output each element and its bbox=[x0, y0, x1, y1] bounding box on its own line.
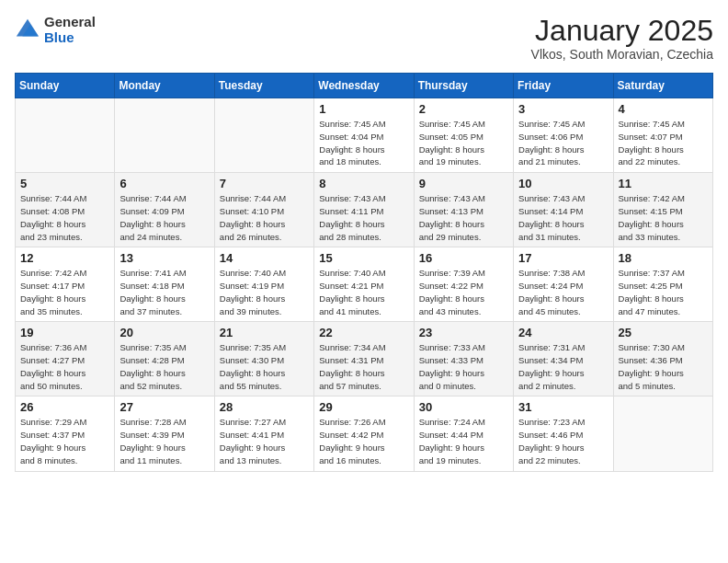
day-number: 1 bbox=[319, 102, 408, 116]
table-row: 2Sunrise: 7:45 AM Sunset: 4:05 PM Daylig… bbox=[414, 98, 513, 173]
table-row: 30Sunrise: 7:24 AM Sunset: 4:44 PM Dayli… bbox=[414, 396, 513, 471]
day-number: 9 bbox=[419, 177, 508, 190]
day-info: Sunrise: 7:40 AM Sunset: 4:21 PM Dayligh… bbox=[319, 267, 408, 317]
day-number: 29 bbox=[319, 400, 408, 414]
location-subtitle: Vlkos, South Moravian, Czechia bbox=[531, 47, 713, 62]
day-number: 23 bbox=[419, 326, 508, 339]
logo-general-text: General bbox=[44, 15, 96, 30]
table-row bbox=[613, 396, 712, 471]
day-number: 17 bbox=[518, 251, 608, 265]
day-info: Sunrise: 7:33 AM Sunset: 4:33 PM Dayligh… bbox=[419, 341, 508, 392]
table-row: 28Sunrise: 7:27 AM Sunset: 4:41 PM Dayli… bbox=[214, 396, 313, 471]
logo-icon bbox=[15, 17, 40, 43]
day-info: Sunrise: 7:28 AM Sunset: 4:39 PM Dayligh… bbox=[119, 416, 209, 466]
col-thursday: Thursday bbox=[414, 74, 513, 98]
day-number: 20 bbox=[119, 326, 209, 339]
day-info: Sunrise: 7:43 AM Sunset: 4:14 PM Dayligh… bbox=[518, 192, 608, 243]
day-number: 14 bbox=[220, 251, 309, 265]
col-saturday: Saturday bbox=[613, 74, 712, 98]
table-row: 16Sunrise: 7:39 AM Sunset: 4:22 PM Dayli… bbox=[414, 247, 513, 322]
day-info: Sunrise: 7:36 AM Sunset: 4:27 PM Dayligh… bbox=[20, 341, 109, 392]
day-info: Sunrise: 7:41 AM Sunset: 4:18 PM Dayligh… bbox=[119, 267, 209, 317]
calendar-week-row: 26Sunrise: 7:29 AM Sunset: 4:37 PM Dayli… bbox=[16, 396, 713, 471]
col-monday: Monday bbox=[115, 74, 214, 98]
day-info: Sunrise: 7:38 AM Sunset: 4:24 PM Dayligh… bbox=[518, 267, 608, 317]
table-row: 23Sunrise: 7:33 AM Sunset: 4:33 PM Dayli… bbox=[414, 322, 513, 396]
day-info: Sunrise: 7:34 AM Sunset: 4:31 PM Dayligh… bbox=[319, 341, 408, 392]
day-info: Sunrise: 7:42 AM Sunset: 4:15 PM Dayligh… bbox=[619, 192, 708, 243]
table-row: 19Sunrise: 7:36 AM Sunset: 4:27 PM Dayli… bbox=[16, 322, 115, 396]
day-number: 12 bbox=[20, 251, 109, 265]
day-info: Sunrise: 7:26 AM Sunset: 4:42 PM Dayligh… bbox=[319, 416, 408, 466]
day-info: Sunrise: 7:35 AM Sunset: 4:28 PM Dayligh… bbox=[119, 341, 209, 392]
day-number: 10 bbox=[518, 177, 608, 190]
day-info: Sunrise: 7:43 AM Sunset: 4:11 PM Dayligh… bbox=[319, 192, 408, 243]
calendar-week-row: 1Sunrise: 7:45 AM Sunset: 4:04 PM Daylig… bbox=[16, 98, 713, 173]
table-row: 17Sunrise: 7:38 AM Sunset: 4:24 PM Dayli… bbox=[514, 247, 613, 322]
table-row: 15Sunrise: 7:40 AM Sunset: 4:21 PM Dayli… bbox=[314, 247, 414, 322]
table-row: 1Sunrise: 7:45 AM Sunset: 4:04 PM Daylig… bbox=[314, 98, 414, 173]
day-number: 6 bbox=[119, 177, 209, 190]
day-info: Sunrise: 7:45 AM Sunset: 4:04 PM Dayligh… bbox=[319, 118, 408, 168]
header: General Blue January 2025 Vlkos, South M… bbox=[15, 15, 713, 62]
calendar-week-row: 12Sunrise: 7:42 AM Sunset: 4:17 PM Dayli… bbox=[16, 247, 713, 322]
logo-text: General Blue bbox=[44, 15, 96, 45]
day-info: Sunrise: 7:37 AM Sunset: 4:25 PM Dayligh… bbox=[619, 267, 708, 317]
day-number: 11 bbox=[619, 177, 708, 190]
day-number: 31 bbox=[518, 400, 608, 414]
day-number: 25 bbox=[619, 326, 708, 339]
day-number: 22 bbox=[319, 326, 408, 339]
day-number: 8 bbox=[319, 177, 408, 190]
month-year-title: January 2025 bbox=[531, 15, 713, 47]
day-number: 16 bbox=[419, 251, 508, 265]
day-number: 19 bbox=[20, 326, 109, 339]
table-row: 6Sunrise: 7:44 AM Sunset: 4:09 PM Daylig… bbox=[115, 173, 214, 247]
day-number: 28 bbox=[220, 400, 309, 414]
day-info: Sunrise: 7:39 AM Sunset: 4:22 PM Dayligh… bbox=[419, 267, 508, 317]
calendar-week-row: 5Sunrise: 7:44 AM Sunset: 4:08 PM Daylig… bbox=[16, 173, 713, 247]
table-row: 31Sunrise: 7:23 AM Sunset: 4:46 PM Dayli… bbox=[514, 396, 613, 471]
table-row bbox=[214, 98, 313, 173]
day-info: Sunrise: 7:43 AM Sunset: 4:13 PM Dayligh… bbox=[419, 192, 508, 243]
day-info: Sunrise: 7:44 AM Sunset: 4:08 PM Dayligh… bbox=[20, 192, 109, 243]
table-row bbox=[115, 98, 214, 173]
table-row: 4Sunrise: 7:45 AM Sunset: 4:07 PM Daylig… bbox=[613, 98, 712, 173]
day-info: Sunrise: 7:31 AM Sunset: 4:34 PM Dayligh… bbox=[518, 341, 608, 392]
table-row: 18Sunrise: 7:37 AM Sunset: 4:25 PM Dayli… bbox=[613, 247, 712, 322]
logo-blue-text: Blue bbox=[44, 30, 96, 46]
day-info: Sunrise: 7:27 AM Sunset: 4:41 PM Dayligh… bbox=[220, 416, 309, 466]
table-row: 12Sunrise: 7:42 AM Sunset: 4:17 PM Dayli… bbox=[16, 247, 115, 322]
table-row: 20Sunrise: 7:35 AM Sunset: 4:28 PM Dayli… bbox=[115, 322, 214, 396]
day-info: Sunrise: 7:44 AM Sunset: 4:10 PM Dayligh… bbox=[220, 192, 309, 243]
table-row: 29Sunrise: 7:26 AM Sunset: 4:42 PM Dayli… bbox=[314, 396, 414, 471]
table-row: 3Sunrise: 7:45 AM Sunset: 4:06 PM Daylig… bbox=[514, 98, 613, 173]
page-container: General Blue January 2025 Vlkos, South M… bbox=[0, 0, 728, 481]
day-info: Sunrise: 7:23 AM Sunset: 4:46 PM Dayligh… bbox=[518, 416, 608, 466]
calendar-table: Sunday Monday Tuesday Wednesday Thursday… bbox=[15, 73, 713, 471]
table-row: 14Sunrise: 7:40 AM Sunset: 4:19 PM Dayli… bbox=[214, 247, 313, 322]
table-row: 25Sunrise: 7:30 AM Sunset: 4:36 PM Dayli… bbox=[613, 322, 712, 396]
table-row: 27Sunrise: 7:28 AM Sunset: 4:39 PM Dayli… bbox=[115, 396, 214, 471]
table-row: 11Sunrise: 7:42 AM Sunset: 4:15 PM Dayli… bbox=[613, 173, 712, 247]
table-row: 22Sunrise: 7:34 AM Sunset: 4:31 PM Dayli… bbox=[314, 322, 414, 396]
day-info: Sunrise: 7:45 AM Sunset: 4:05 PM Dayligh… bbox=[419, 118, 508, 168]
day-number: 2 bbox=[419, 102, 508, 116]
table-row: 9Sunrise: 7:43 AM Sunset: 4:13 PM Daylig… bbox=[414, 173, 513, 247]
table-row: 10Sunrise: 7:43 AM Sunset: 4:14 PM Dayli… bbox=[514, 173, 613, 247]
col-tuesday: Tuesday bbox=[214, 74, 313, 98]
day-info: Sunrise: 7:40 AM Sunset: 4:19 PM Dayligh… bbox=[220, 267, 309, 317]
calendar-week-row: 19Sunrise: 7:36 AM Sunset: 4:27 PM Dayli… bbox=[16, 322, 713, 396]
col-sunday: Sunday bbox=[16, 74, 115, 98]
title-block: January 2025 Vlkos, South Moravian, Czec… bbox=[531, 15, 713, 62]
day-number: 13 bbox=[119, 251, 209, 265]
table-row bbox=[16, 98, 115, 173]
day-number: 18 bbox=[619, 251, 708, 265]
table-row: 24Sunrise: 7:31 AM Sunset: 4:34 PM Dayli… bbox=[514, 322, 613, 396]
day-info: Sunrise: 7:42 AM Sunset: 4:17 PM Dayligh… bbox=[20, 267, 109, 317]
table-row: 13Sunrise: 7:41 AM Sunset: 4:18 PM Dayli… bbox=[115, 247, 214, 322]
day-number: 3 bbox=[518, 102, 608, 116]
day-info: Sunrise: 7:44 AM Sunset: 4:09 PM Dayligh… bbox=[119, 192, 209, 243]
table-row: 5Sunrise: 7:44 AM Sunset: 4:08 PM Daylig… bbox=[16, 173, 115, 247]
day-info: Sunrise: 7:45 AM Sunset: 4:06 PM Dayligh… bbox=[518, 118, 608, 168]
table-row: 7Sunrise: 7:44 AM Sunset: 4:10 PM Daylig… bbox=[214, 173, 313, 247]
